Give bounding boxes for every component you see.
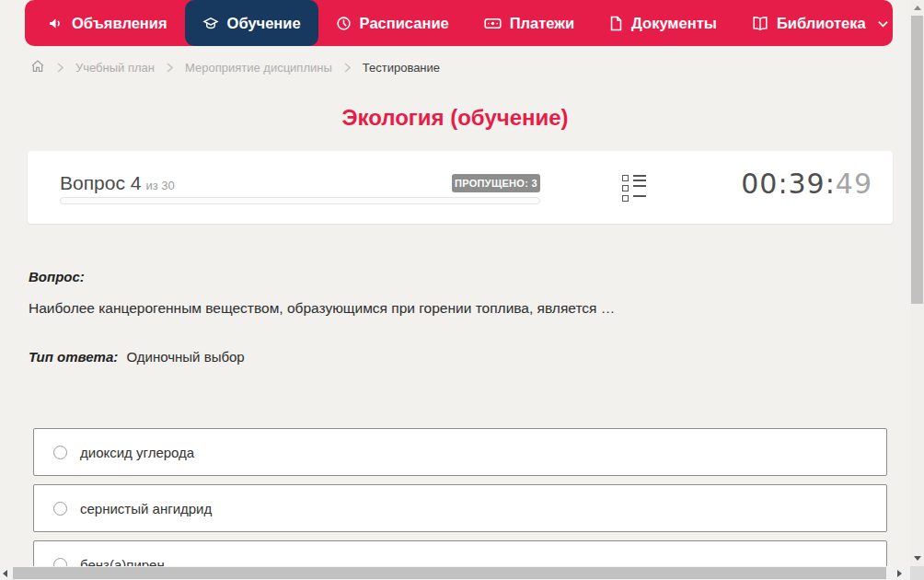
question-text: Наиболее канцерогенным веществом, образу… bbox=[29, 300, 875, 317]
scroll-left-arrow-icon[interactable] bbox=[3, 570, 7, 577]
skipped-badge: ПРОПУЩЕНО: 3 bbox=[452, 174, 540, 192]
graduation-cap-icon bbox=[202, 16, 219, 31]
chevron-right-icon bbox=[344, 63, 351, 73]
horizontal-scrollbar[interactable] bbox=[0, 566, 910, 580]
question-heading: Вопрос: bbox=[29, 269, 875, 284]
answer-options: диоксид углерода сернистый ангидрид бенз… bbox=[33, 428, 887, 580]
answer-type: Тип ответа: Одиночный выбор bbox=[29, 349, 245, 365]
page-title: Экология (обучение) bbox=[0, 105, 910, 131]
scrollbar-corner bbox=[910, 566, 924, 580]
answer-type-value: Одиночный выбор bbox=[126, 349, 244, 365]
megaphone-icon bbox=[48, 16, 64, 31]
timer-seconds: 49 bbox=[836, 168, 872, 200]
nav-item-payments[interactable]: Платежи bbox=[467, 0, 592, 46]
breadcrumb: Учебный план Мероприятие дисциплины Тест… bbox=[30, 58, 440, 76]
question-number: Вопрос 4из 30 bbox=[60, 172, 175, 194]
answer-type-label: Тип ответа: bbox=[29, 349, 118, 365]
home-icon[interactable] bbox=[30, 59, 45, 76]
scroll-right-arrow-icon[interactable] bbox=[897, 570, 902, 577]
breadcrumb-discipline-event[interactable]: Мероприятие дисциплины bbox=[185, 61, 332, 75]
main-navbar: Объявления Обучение Расписание Платежи Д… bbox=[25, 0, 893, 46]
progress-bar bbox=[60, 197, 540, 204]
scroll-down-arrow-icon[interactable] bbox=[914, 556, 921, 561]
timer: 00:39:49 bbox=[741, 168, 872, 200]
option-label: сернистый ангидрид bbox=[80, 501, 212, 516]
breadcrumb-curriculum[interactable]: Учебный план bbox=[75, 61, 155, 75]
chevron-down-icon bbox=[878, 20, 888, 28]
document-icon bbox=[609, 16, 623, 31]
chevron-right-icon bbox=[167, 63, 173, 73]
nav-item-library[interactable]: Библиотека bbox=[734, 0, 906, 46]
option-label: диоксид углерода bbox=[80, 445, 194, 460]
answer-option[interactable]: диоксид углерода bbox=[33, 428, 887, 476]
nav-item-label: Объявления bbox=[72, 15, 167, 32]
vertical-scrollbar[interactable] bbox=[910, 0, 924, 566]
chevron-right-icon bbox=[57, 63, 64, 73]
horizontal-scrollbar-thumb[interactable] bbox=[13, 567, 886, 579]
radio-button[interactable] bbox=[53, 502, 67, 516]
nav-item-label: Документы bbox=[631, 15, 717, 32]
question-header-card: Вопрос 4из 30 ПРОПУЩЕНО: 3 00:39:49 bbox=[28, 151, 893, 224]
breadcrumb-testing: Тестирование bbox=[363, 61, 440, 75]
answer-option[interactable]: сернистый ангидрид bbox=[33, 484, 887, 532]
nav-item-label: Библиотека bbox=[777, 15, 866, 32]
nav-item-learning[interactable]: Обучение bbox=[185, 0, 318, 46]
book-icon bbox=[752, 16, 768, 31]
nav-item-label: Платежи bbox=[510, 15, 574, 32]
timer-hours-minutes: 00:39: bbox=[741, 168, 836, 200]
nav-item-label: Расписание bbox=[360, 15, 449, 32]
question-block: Вопрос: Наиболее канцерогенным веществом… bbox=[29, 269, 875, 317]
banknote-icon bbox=[484, 16, 502, 31]
clock-icon bbox=[336, 16, 352, 31]
question-total: из 30 bbox=[145, 179, 174, 192]
nav-item-announcements[interactable]: Объявления bbox=[30, 0, 185, 46]
vertical-scrollbar-thumb[interactable] bbox=[911, 16, 923, 304]
radio-button[interactable] bbox=[53, 446, 67, 459]
nav-item-documents[interactable]: Документы bbox=[592, 0, 734, 46]
question-list-icon[interactable] bbox=[622, 175, 646, 202]
nav-item-schedule[interactable]: Расписание bbox=[318, 0, 467, 46]
scroll-up-arrow-icon[interactable] bbox=[914, 6, 921, 10]
nav-item-label: Обучение bbox=[227, 15, 301, 32]
